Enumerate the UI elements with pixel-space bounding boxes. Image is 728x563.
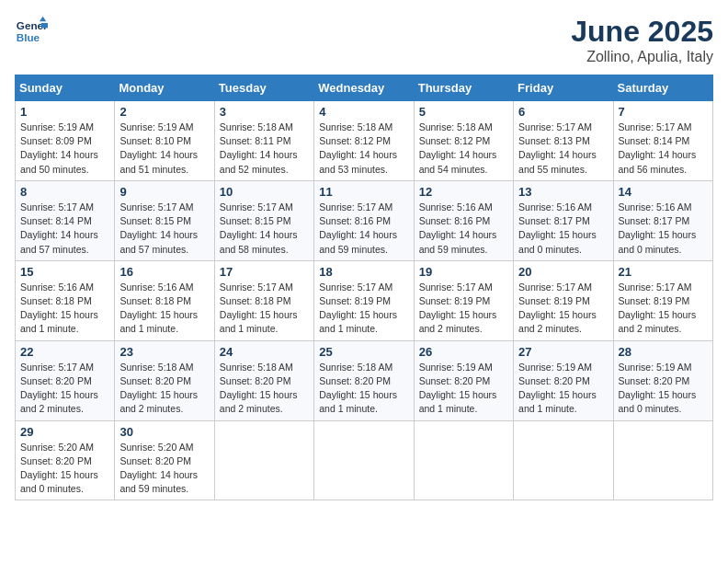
calendar-cell: 21Sunrise: 5:17 AM Sunset: 8:19 PM Dayli…: [613, 260, 712, 340]
calendar-cell: [314, 420, 414, 500]
day-number: 5: [419, 105, 508, 119]
day-info: Sunrise: 5:16 AM Sunset: 8:17 PM Dayligh…: [518, 201, 608, 257]
calendar-cell: 17Sunrise: 5:17 AM Sunset: 8:18 PM Dayli…: [214, 260, 313, 340]
title-area: June 2025 Zollino, Apulia, Italy: [571, 15, 713, 65]
day-info: Sunrise: 5:17 AM Sunset: 8:18 PM Dayligh…: [220, 281, 309, 337]
day-number: 20: [518, 265, 608, 279]
day-number: 30: [119, 425, 209, 439]
day-info: Sunrise: 5:18 AM Sunset: 8:20 PM Dayligh…: [220, 361, 309, 417]
calendar-cell: 22Sunrise: 5:17 AM Sunset: 8:20 PM Dayli…: [16, 340, 115, 420]
day-number: 15: [20, 265, 109, 279]
svg-text:Blue: Blue: [17, 31, 40, 43]
calendar-cell: 25Sunrise: 5:18 AM Sunset: 8:20 PM Dayli…: [314, 340, 414, 420]
calendar-cell: 11Sunrise: 5:17 AM Sunset: 8:16 PM Dayli…: [314, 180, 414, 260]
day-number: 18: [319, 265, 408, 279]
day-info: Sunrise: 5:17 AM Sunset: 8:15 PM Dayligh…: [119, 201, 209, 257]
day-number: 4: [319, 105, 408, 119]
calendar-week-row: 1Sunrise: 5:19 AM Sunset: 8:09 PM Daylig…: [16, 101, 713, 181]
day-number: 24: [220, 345, 309, 359]
day-info: Sunrise: 5:18 AM Sunset: 8:12 PM Dayligh…: [419, 121, 508, 177]
day-info: Sunrise: 5:19 AM Sunset: 8:20 PM Dayligh…: [619, 361, 708, 417]
day-info: Sunrise: 5:17 AM Sunset: 8:14 PM Dayligh…: [20, 201, 109, 257]
calendar-cell: 3Sunrise: 5:18 AM Sunset: 8:11 PM Daylig…: [214, 101, 313, 181]
calendar-cell: 2Sunrise: 5:19 AM Sunset: 8:10 PM Daylig…: [115, 101, 214, 181]
calendar-cell: 24Sunrise: 5:18 AM Sunset: 8:20 PM Dayli…: [214, 340, 313, 420]
day-info: Sunrise: 5:18 AM Sunset: 8:11 PM Dayligh…: [220, 121, 309, 177]
calendar-week-row: 8Sunrise: 5:17 AM Sunset: 8:14 PM Daylig…: [16, 180, 713, 260]
weekday-header-friday: Friday: [514, 75, 613, 101]
location-subtitle: Zollino, Apulia, Italy: [571, 49, 713, 65]
day-number: 13: [518, 185, 608, 199]
calendar-cell: 9Sunrise: 5:17 AM Sunset: 8:15 PM Daylig…: [115, 180, 214, 260]
calendar-cell: 28Sunrise: 5:19 AM Sunset: 8:20 PM Dayli…: [613, 340, 712, 420]
day-number: 17: [220, 265, 309, 279]
day-number: 12: [419, 185, 508, 199]
day-number: 3: [220, 105, 309, 119]
day-number: 2: [119, 105, 209, 119]
day-info: Sunrise: 5:16 AM Sunset: 8:18 PM Dayligh…: [20, 281, 109, 337]
day-number: 11: [319, 185, 408, 199]
calendar-cell: [613, 420, 712, 500]
logo-icon: General Blue: [15, 15, 48, 48]
day-info: Sunrise: 5:16 AM Sunset: 8:17 PM Dayligh…: [619, 201, 708, 257]
weekday-header-tuesday: Tuesday: [214, 75, 313, 101]
calendar-cell: 6Sunrise: 5:17 AM Sunset: 8:13 PM Daylig…: [514, 101, 613, 181]
day-number: 14: [619, 185, 708, 199]
day-number: 10: [220, 185, 309, 199]
day-info: Sunrise: 5:18 AM Sunset: 8:12 PM Dayligh…: [319, 121, 408, 177]
calendar-cell: 14Sunrise: 5:16 AM Sunset: 8:17 PM Dayli…: [613, 180, 712, 260]
calendar-body: 1Sunrise: 5:19 AM Sunset: 8:09 PM Daylig…: [16, 101, 713, 500]
day-info: Sunrise: 5:20 AM Sunset: 8:20 PM Dayligh…: [119, 441, 209, 497]
day-number: 28: [619, 345, 708, 359]
calendar-cell: 10Sunrise: 5:17 AM Sunset: 8:15 PM Dayli…: [214, 180, 313, 260]
calendar-cell: 19Sunrise: 5:17 AM Sunset: 8:19 PM Dayli…: [414, 260, 513, 340]
day-number: 21: [619, 265, 708, 279]
calendar-header-row: SundayMondayTuesdayWednesdayThursdayFrid…: [16, 75, 713, 101]
calendar-cell: 7Sunrise: 5:17 AM Sunset: 8:14 PM Daylig…: [613, 101, 712, 181]
day-info: Sunrise: 5:19 AM Sunset: 8:20 PM Dayligh…: [419, 361, 508, 417]
day-info: Sunrise: 5:17 AM Sunset: 8:16 PM Dayligh…: [319, 201, 408, 257]
calendar-cell: [514, 420, 613, 500]
calendar-cell: [214, 420, 313, 500]
day-number: 23: [119, 345, 209, 359]
header: General Blue June 2025 Zollino, Apulia, …: [15, 15, 713, 65]
calendar-cell: 18Sunrise: 5:17 AM Sunset: 8:19 PM Dayli…: [314, 260, 414, 340]
day-info: Sunrise: 5:16 AM Sunset: 8:16 PM Dayligh…: [419, 201, 508, 257]
day-number: 8: [20, 185, 109, 199]
calendar-week-row: 15Sunrise: 5:16 AM Sunset: 8:18 PM Dayli…: [16, 260, 713, 340]
day-info: Sunrise: 5:17 AM Sunset: 8:19 PM Dayligh…: [619, 281, 708, 337]
calendar-cell: 27Sunrise: 5:19 AM Sunset: 8:20 PM Dayli…: [514, 340, 613, 420]
day-number: 29: [20, 425, 109, 439]
calendar-cell: 23Sunrise: 5:18 AM Sunset: 8:20 PM Dayli…: [115, 340, 214, 420]
calendar-table: SundayMondayTuesdayWednesdayThursdayFrid…: [15, 75, 713, 500]
day-number: 19: [419, 265, 508, 279]
day-info: Sunrise: 5:18 AM Sunset: 8:20 PM Dayligh…: [319, 361, 408, 417]
day-number: 22: [20, 345, 109, 359]
calendar-cell: 30Sunrise: 5:20 AM Sunset: 8:20 PM Dayli…: [115, 420, 214, 500]
weekday-header-monday: Monday: [115, 75, 214, 101]
calendar-cell: 29Sunrise: 5:20 AM Sunset: 8:20 PM Dayli…: [16, 420, 115, 500]
day-info: Sunrise: 5:17 AM Sunset: 8:14 PM Dayligh…: [619, 121, 708, 177]
day-info: Sunrise: 5:17 AM Sunset: 8:19 PM Dayligh…: [518, 281, 608, 337]
day-info: Sunrise: 5:18 AM Sunset: 8:20 PM Dayligh…: [119, 361, 209, 417]
day-number: 16: [119, 265, 209, 279]
calendar-cell: 1Sunrise: 5:19 AM Sunset: 8:09 PM Daylig…: [16, 101, 115, 181]
month-title: June 2025: [571, 15, 713, 49]
calendar-cell: 15Sunrise: 5:16 AM Sunset: 8:18 PM Dayli…: [16, 260, 115, 340]
calendar-cell: 13Sunrise: 5:16 AM Sunset: 8:17 PM Dayli…: [514, 180, 613, 260]
weekday-header-sunday: Sunday: [16, 75, 115, 101]
day-number: 9: [119, 185, 209, 199]
calendar-cell: 12Sunrise: 5:16 AM Sunset: 8:16 PM Dayli…: [414, 180, 513, 260]
day-info: Sunrise: 5:20 AM Sunset: 8:20 PM Dayligh…: [20, 441, 109, 497]
day-number: 27: [518, 345, 608, 359]
day-info: Sunrise: 5:16 AM Sunset: 8:18 PM Dayligh…: [119, 281, 209, 337]
weekday-header-wednesday: Wednesday: [314, 75, 414, 101]
day-number: 26: [419, 345, 508, 359]
calendar-week-row: 22Sunrise: 5:17 AM Sunset: 8:20 PM Dayli…: [16, 340, 713, 420]
day-info: Sunrise: 5:17 AM Sunset: 8:19 PM Dayligh…: [319, 281, 408, 337]
day-number: 6: [518, 105, 608, 119]
day-number: 7: [619, 105, 708, 119]
calendar-week-row: 29Sunrise: 5:20 AM Sunset: 8:20 PM Dayli…: [16, 420, 713, 500]
day-number: 1: [20, 105, 109, 119]
calendar-cell: [414, 420, 513, 500]
